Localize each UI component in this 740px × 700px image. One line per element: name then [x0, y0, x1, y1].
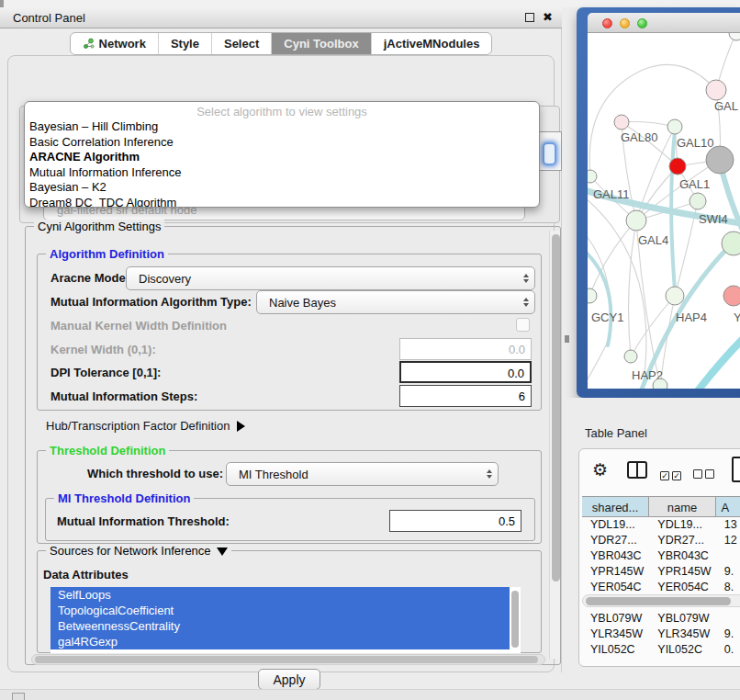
tab-style[interactable]: Style [159, 33, 212, 54]
expand-right-icon[interactable] [237, 421, 245, 432]
network-node-label: GAL11 [593, 187, 630, 201]
network-node[interactable] [729, 33, 740, 40]
algorithm-dropdown-item[interactable]: Mutual Information Inference [25, 165, 539, 181]
sources-group: Sources for Network Inference Data Attri… [37, 550, 542, 653]
hub-definition-label: Hub/Transcription Factor Definition [46, 419, 230, 433]
table-row[interactable]: YPR145W YPR145W 9. [582, 564, 740, 580]
bottom-left-button[interactable] [12, 693, 25, 700]
network-node[interactable] [588, 288, 597, 303]
network-node[interactable] [669, 158, 686, 175]
manual-kernel-label: Manual Kernel Width Definition [50, 319, 227, 333]
aracne-mode-combo[interactable]: Discovery [126, 266, 535, 290]
settings-hscrollbar-thumb[interactable] [35, 656, 538, 663]
network-node[interactable] [624, 350, 637, 363]
cyni-content-panel: gal-filtered sif default node Select alg… [7, 55, 555, 672]
tab-cyni-toolbox[interactable]: Cyni Toolbox [272, 33, 371, 54]
algorithm-dropdown-item[interactable]: Bayesian – K2 [25, 180, 539, 196]
network-node[interactable] [667, 119, 682, 134]
mi-steps-field[interactable]: 6 [399, 385, 532, 407]
partial-combo-fragment[interactable] [536, 131, 562, 171]
network-node-label: Y [734, 310, 740, 324]
mi-threshold-field[interactable]: 0.5 [389, 510, 521, 532]
dpi-tolerance-field[interactable]: 0.0 [399, 361, 532, 383]
mi-type-combo[interactable]: Naive Bayes [256, 290, 535, 314]
split-columns-icon[interactable] [627, 461, 647, 479]
attribute-item-selected[interactable]: gal4RGexp [50, 634, 510, 649]
algorithm-dropdown-items: Bayesian – Hill Climbing Basic Correlati… [25, 119, 539, 208]
settings-hscrollbar-track[interactable] [31, 654, 545, 665]
minimize-traffic-icon[interactable] [620, 18, 630, 28]
attribute-item-selected[interactable]: BetweennessCentrality [50, 618, 510, 634]
float-window-icon[interactable] [525, 13, 534, 22]
table-body: YDL19... YDL19... 13 YDR27... YDR27... 1… [582, 517, 740, 658]
data-attributes-list[interactable]: SelfLoops TopologicalCoefficient Between… [50, 587, 521, 653]
dpi-tolerance-label: DPI Tolerance [0,1]: [50, 366, 161, 379]
network-node[interactable] [690, 193, 706, 209]
table-row[interactable]: YDL19... YDL19... 13 [582, 517, 740, 533]
network-node[interactable] [626, 210, 646, 231]
kernel-width-field[interactable]: 0.0 [399, 338, 532, 360]
algorithm-dropdown-list[interactable]: Select algorithm to view settings Bayesi… [24, 101, 540, 208]
attribute-item-selected[interactable]: SelfLoops [50, 587, 510, 603]
table-row[interactable]: YBL079W YBL079W [582, 611, 740, 627]
close-traffic-icon[interactable] [602, 18, 612, 28]
mi-threshold-label: Mutual Information Threshold: [57, 514, 230, 528]
network-node[interactable] [706, 146, 734, 174]
settings-group-title: Cyni Algorithm Settings [34, 220, 164, 233]
tab-style-label: Style [171, 37, 199, 51]
table-row[interactable]: YDR27... YDR27... 12 [582, 533, 740, 548]
table-panel-title: Table Panel [585, 426, 647, 440]
tab-cyni-toolbox-label: Cyni Toolbox [284, 37, 358, 51]
manual-kernel-checkbox[interactable] [516, 318, 530, 332]
algorithm-dropdown-hint: Select algorithm to view settings [25, 102, 539, 119]
column-header-partial[interactable]: A [716, 497, 740, 516]
splitter-handle[interactable] [565, 335, 569, 343]
tab-select[interactable]: Select [212, 33, 272, 54]
zoom-traffic-icon[interactable] [637, 18, 647, 28]
which-threshold-combo[interactable]: MI Threshold [226, 462, 499, 486]
network-window-titlebar[interactable] [588, 13, 740, 33]
column-header-shared-name[interactable]: shared... [582, 497, 649, 516]
tab-network[interactable]: Network [71, 33, 159, 54]
network-node[interactable] [653, 378, 667, 389]
algorithm-dropdown-item[interactable]: Bayesian – Hill Climbing [25, 119, 539, 135]
network-node[interactable] [706, 80, 726, 100]
network-node[interactable] [614, 115, 629, 130]
table-row[interactable]: YBR043C YBR043C [582, 548, 740, 564]
deselect-all-columns-icon[interactable] [693, 466, 717, 482]
column-header-name[interactable]: name [649, 497, 715, 516]
top-strip [0, 0, 740, 7]
network-node[interactable] [723, 286, 740, 306]
hub-definition-row[interactable]: Hub/Transcription Factor Definition [46, 419, 245, 433]
table-row[interactable]: YIL052C YIL052C 0. [582, 642, 740, 658]
settings-scrollbar-track[interactable] [549, 231, 560, 659]
network-canvas[interactable]: GALGAL80GAL10GAL11GAL1SWI4GAL4GCY1HAP4YH… [588, 33, 740, 389]
collapse-down-icon[interactable] [217, 548, 228, 556]
network-node[interactable] [588, 170, 597, 183]
which-threshold-label: Which threshold to use: [87, 467, 223, 480]
algorithm-dropdown-item[interactable]: Dream8 DC_TDC Algorithm [25, 196, 539, 209]
table-hscrollbar-thumb[interactable] [586, 597, 731, 605]
attribute-item-selected[interactable]: TopologicalCoefficient [50, 603, 510, 618]
mi-type-value: Naive Bayes [257, 296, 518, 310]
settings-scrollbar-thumb[interactable] [552, 234, 560, 581]
algorithm-dropdown-item[interactable]: ARACNE Algorithm [25, 150, 539, 165]
apply-button[interactable]: Apply [258, 669, 320, 690]
table-row[interactable]: YER054C YER054C 8. [582, 580, 740, 595]
tab-jactivemnodules[interactable]: jActiveMNodules [372, 33, 492, 54]
network-node-label: SWI4 [699, 212, 728, 226]
table-hscrollbar-track[interactable] [582, 594, 740, 607]
top-tabbar: Network Style Select Cyni Toolbox jActiv… [0, 32, 562, 55]
gear-icon[interactable]: ⚙ [592, 459, 608, 480]
tab-jactivemnodules-label: jActiveMNodules [384, 37, 480, 51]
screen: Control Panel ✖ Network Style [0, 0, 740, 700]
document-icon[interactable] [732, 457, 740, 482]
close-icon[interactable]: ✖ [543, 10, 553, 24]
network-node[interactable] [666, 287, 684, 305]
attr-list-scrollbar-thumb[interactable] [511, 591, 519, 648]
algorithm-dropdown-item[interactable]: Basic Correlation Inference [25, 135, 539, 151]
network-node-label: GAL1 [679, 177, 710, 191]
select-all-columns-icon[interactable]: ✓✓ [660, 466, 684, 482]
table-row[interactable]: YLR345W YLR345W 9. [582, 627, 740, 642]
combo-focus-button[interactable] [543, 142, 556, 165]
